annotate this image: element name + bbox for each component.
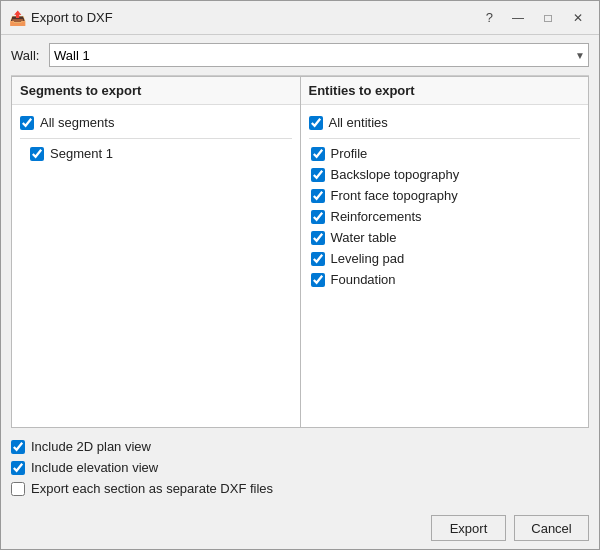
option-separate-checkbox[interactable] <box>11 482 25 496</box>
option-2d-plan-checkbox[interactable] <box>11 440 25 454</box>
entity-profile-row: Profile <box>309 143 581 164</box>
entity-foundation-label[interactable]: Foundation <box>331 272 396 287</box>
entity-backslope-checkbox[interactable] <box>311 168 325 182</box>
all-entities-label[interactable]: All entities <box>329 115 388 130</box>
entity-levelingpad-row: Leveling pad <box>309 248 581 269</box>
title-bar-right: ? — □ ✕ <box>486 7 591 29</box>
segment-1-row: Segment 1 <box>20 143 292 164</box>
entities-separator <box>309 138 581 139</box>
entity-reinforcements-row: Reinforcements <box>309 206 581 227</box>
option-separate-row: Export each section as separate DXF file… <box>11 478 589 499</box>
button-row: Export Cancel <box>1 507 599 549</box>
window-title: Export to DXF <box>31 10 113 25</box>
option-separate-label[interactable]: Export each section as separate DXF file… <box>31 481 273 496</box>
entities-panel-content: All entities Profile Backslope topograph… <box>301 105 589 427</box>
option-2d-plan-label[interactable]: Include 2D plan view <box>31 439 151 454</box>
entity-frontface-label[interactable]: Front face topography <box>331 188 458 203</box>
cancel-button[interactable]: Cancel <box>514 515 589 541</box>
option-elevation-row: Include elevation view <box>11 457 589 478</box>
export-button[interactable]: Export <box>431 515 506 541</box>
maximize-button[interactable]: □ <box>535 7 561 29</box>
close-button[interactable]: ✕ <box>565 7 591 29</box>
wall-row: Wall: Wall 1 ▼ <box>1 35 599 75</box>
window-icon: 📤 <box>9 10 25 26</box>
entities-panel-header: Entities to export <box>301 77 589 105</box>
entity-watertable-row: Water table <box>309 227 581 248</box>
minimize-button[interactable]: — <box>505 7 531 29</box>
option-2d-plan-row: Include 2D plan view <box>11 436 589 457</box>
entity-backslope-row: Backslope topography <box>309 164 581 185</box>
segments-panel-content: All segments Segment 1 <box>12 105 300 427</box>
entity-foundation-row: Foundation <box>309 269 581 290</box>
entity-foundation-checkbox[interactable] <box>311 273 325 287</box>
option-elevation-checkbox[interactable] <box>11 461 25 475</box>
all-entities-checkbox[interactable] <box>309 116 323 130</box>
wall-select[interactable]: Wall 1 <box>49 43 589 67</box>
wall-select-wrapper: Wall 1 ▼ <box>49 43 589 67</box>
title-bar-left: 📤 Export to DXF <box>9 10 113 26</box>
entity-frontface-checkbox[interactable] <box>311 189 325 203</box>
segment-1-checkbox[interactable] <box>30 147 44 161</box>
entity-watertable-label[interactable]: Water table <box>331 230 397 245</box>
segments-separator <box>20 138 292 139</box>
entity-profile-label[interactable]: Profile <box>331 146 368 161</box>
entity-reinforcements-label[interactable]: Reinforcements <box>331 209 422 224</box>
entity-levelingpad-label[interactable]: Leveling pad <box>331 251 405 266</box>
wall-label: Wall: <box>11 48 41 63</box>
segment-1-label[interactable]: Segment 1 <box>50 146 113 161</box>
entities-panel: Entities to export All entities Profile … <box>300 76 590 428</box>
main-window: 📤 Export to DXF ? — □ ✕ Wall: Wall 1 ▼ S… <box>0 0 600 550</box>
entity-reinforcements-checkbox[interactable] <box>311 210 325 224</box>
all-segments-row: All segments <box>20 111 292 134</box>
segments-panel-header: Segments to export <box>12 77 300 105</box>
entity-backslope-label[interactable]: Backslope topography <box>331 167 460 182</box>
all-segments-label[interactable]: All segments <box>40 115 114 130</box>
option-elevation-label[interactable]: Include elevation view <box>31 460 158 475</box>
all-segments-checkbox[interactable] <box>20 116 34 130</box>
all-entities-row: All entities <box>309 111 581 134</box>
entity-profile-checkbox[interactable] <box>311 147 325 161</box>
panels-container: Segments to export All segments Segment … <box>11 75 589 428</box>
entity-frontface-row: Front face topography <box>309 185 581 206</box>
help-button[interactable]: ? <box>486 10 493 25</box>
segments-panel: Segments to export All segments Segment … <box>11 76 300 428</box>
entity-watertable-checkbox[interactable] <box>311 231 325 245</box>
entity-levelingpad-checkbox[interactable] <box>311 252 325 266</box>
bottom-section: Include 2D plan view Include elevation v… <box>1 428 599 507</box>
title-bar: 📤 Export to DXF ? — □ ✕ <box>1 1 599 35</box>
